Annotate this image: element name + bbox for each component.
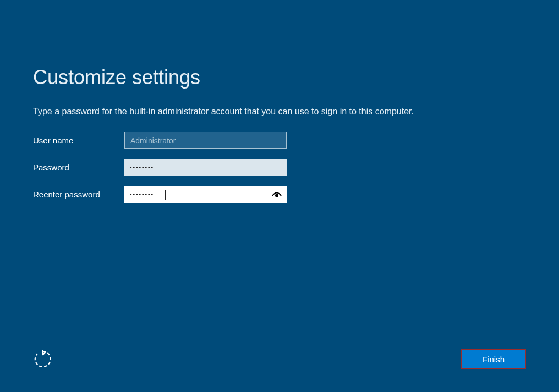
reenter-password-label: Reenter password <box>33 190 124 199</box>
ease-of-access-button[interactable] <box>33 349 53 369</box>
username-field <box>124 132 287 149</box>
reenter-password-field[interactable] <box>124 186 287 203</box>
username-label: User name <box>33 136 124 145</box>
svg-point-0 <box>275 194 278 197</box>
eye-icon <box>272 191 282 198</box>
ease-of-access-icon <box>34 350 52 368</box>
reveal-password-button[interactable] <box>268 186 286 203</box>
password-label: Password <box>33 163 124 172</box>
finish-button[interactable]: Finish <box>461 349 526 369</box>
text-cursor <box>165 190 166 200</box>
instruction-text: Type a password for the built-in adminis… <box>33 107 526 117</box>
password-field[interactable] <box>124 159 287 176</box>
page-title: Customize settings <box>33 66 526 89</box>
